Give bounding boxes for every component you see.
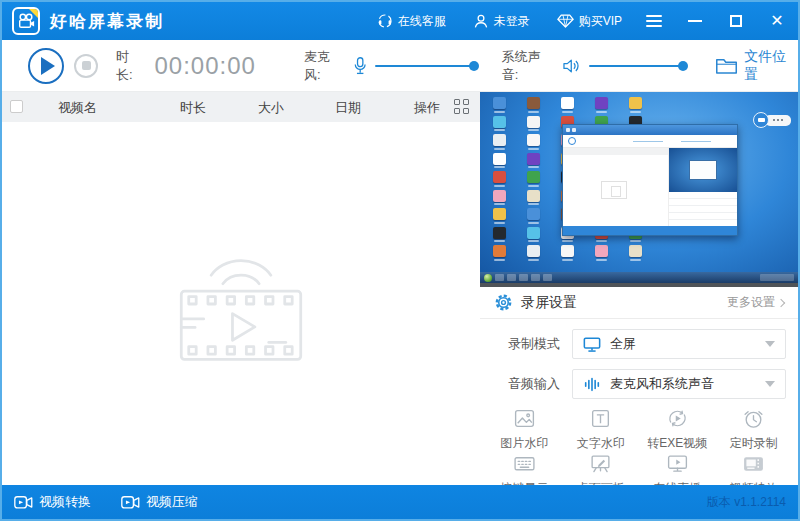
preview-floating-recorder [753, 112, 791, 128]
record-settings-panel: 录屏设置 更多设置 录制模式 全屏 [480, 287, 798, 501]
desktop-board-icon [589, 452, 612, 475]
grid-view-icon[interactable] [454, 99, 470, 115]
more-settings-button[interactable]: 更多设置 [727, 294, 784, 311]
online-support-label: 在线客服 [398, 13, 446, 30]
speaker-icon [562, 57, 580, 75]
stop-icon [82, 61, 91, 70]
video-camera-icon [121, 495, 140, 510]
titlebar: 好哈屏幕录制 在线客服 未登录 [2, 2, 798, 40]
microphone-icon [353, 55, 367, 77]
preview-app-window [562, 124, 738, 236]
video-list-pane: 视频名 时长 大小 日期 操作 [2, 92, 480, 485]
login-button[interactable]: 未登录 [473, 13, 530, 30]
select-all-checkbox[interactable] [10, 100, 23, 113]
folder-icon [715, 56, 738, 76]
minimize-icon [688, 20, 702, 22]
empty-film-icon [166, 240, 316, 368]
video-convert-label: 视频转换 [39, 493, 91, 511]
buy-vip-label: 购买VIP [579, 13, 622, 30]
maximize-button[interactable] [727, 12, 745, 30]
column-date: 日期 [335, 99, 361, 117]
buy-vip-button[interactable]: 购买VIP [557, 13, 622, 30]
record-toolbar: 时长: 00:00:00 麦克风: 系统声音: [2, 40, 798, 92]
record-mode-value: 全屏 [610, 335, 636, 353]
start-record-button[interactable] [28, 48, 64, 84]
video-table-header: 视频名 时长 大小 日期 操作 [2, 92, 480, 122]
feature-image-watermark[interactable]: 图片水印 [486, 407, 563, 452]
record-mode-dropdown[interactable]: 全屏 [572, 329, 786, 359]
chevron-down-icon [765, 341, 775, 347]
feature-text-watermark[interactable]: 文字水印 [563, 407, 640, 452]
play-icon [41, 57, 55, 75]
monitor-icon [583, 336, 601, 353]
login-label: 未登录 [494, 13, 530, 30]
video-convert-button[interactable]: 视频转换 [14, 493, 91, 511]
more-settings-label: 更多设置 [727, 294, 775, 311]
gear-icon [494, 293, 513, 312]
video-compress-button[interactable]: 视频压缩 [121, 493, 198, 511]
feature-exe-video[interactable]: 转EXE视频 [639, 407, 716, 452]
live-stream-icon [666, 452, 689, 475]
mic-volume-slider[interactable] [375, 65, 476, 67]
headset-icon [377, 13, 393, 29]
vip-diamond-icon [557, 13, 574, 29]
video-effects-icon [742, 452, 765, 475]
feature-timer-record[interactable]: 定时录制 [716, 407, 793, 452]
app-logo-icon [12, 7, 40, 35]
maximize-icon [730, 15, 742, 27]
screen-preview [480, 92, 798, 287]
audio-bars-icon [583, 376, 601, 393]
audio-input-dropdown[interactable]: 麦克风和系统声音 [572, 369, 786, 399]
exe-video-icon [666, 407, 689, 430]
mic-label: 麦克风: [304, 48, 345, 84]
user-icon [473, 13, 489, 29]
online-support-button[interactable]: 在线客服 [377, 13, 446, 30]
settings-header-label: 录屏设置 [521, 294, 577, 312]
stop-record-button[interactable] [74, 54, 98, 78]
right-panel: 录屏设置 更多设置 录制模式 全屏 [480, 92, 798, 485]
record-mode-label: 录制模式 [508, 335, 572, 353]
file-location-button[interactable]: 文件位置 [715, 48, 798, 84]
system-volume-slider[interactable] [589, 65, 685, 67]
image-watermark-icon [513, 407, 536, 430]
timer-record-icon [742, 407, 765, 430]
chevron-right-icon [777, 298, 785, 306]
close-icon: ✕ [770, 13, 783, 29]
system-slider-thumb[interactable] [678, 61, 688, 71]
app-title: 好哈屏幕录制 [50, 10, 164, 33]
file-location-label: 文件位置 [744, 48, 798, 84]
video-camera-icon [14, 495, 33, 510]
audio-input-value: 麦克风和系统声音 [610, 375, 714, 393]
footer-bar: 视频转换 视频压缩 版本 v1.1.2114 [2, 485, 798, 519]
duration-value: 00:00:00 [155, 52, 256, 80]
chevron-down-icon [765, 381, 775, 387]
app-window: 好哈屏幕录制 在线客服 未登录 [0, 0, 800, 521]
hamburger-icon [646, 15, 662, 27]
version-text: 版本 v1.1.2114 [707, 494, 786, 511]
duration-label: 时长: [116, 48, 145, 84]
column-video-name: 视频名 [58, 99, 97, 117]
mic-slider-thumb[interactable] [469, 61, 479, 71]
menu-button[interactable] [645, 12, 663, 30]
column-operation: 操作 [414, 99, 440, 117]
audio-input-label: 音频输入 [508, 375, 572, 393]
text-watermark-icon [589, 407, 612, 430]
column-size: 大小 [258, 99, 284, 117]
column-duration: 时长 [180, 99, 206, 117]
system-sound-label: 系统声音: [502, 48, 555, 84]
key-display-icon [513, 452, 536, 475]
empty-video-list [2, 122, 480, 485]
minimize-button[interactable] [686, 12, 704, 30]
preview-taskbar [480, 272, 798, 283]
close-button[interactable]: ✕ [768, 12, 786, 30]
video-compress-label: 视频压缩 [146, 493, 198, 511]
